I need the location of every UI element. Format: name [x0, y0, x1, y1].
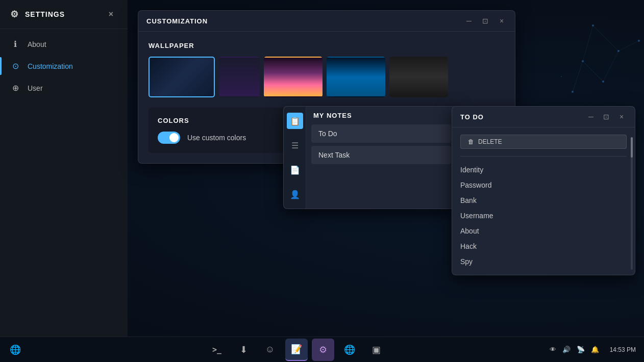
- taskbar-terminal-icon[interactable]: >_: [206, 339, 228, 361]
- todo-scroll-thumb[interactable]: [631, 137, 633, 158]
- wallpaper-thumb-5[interactable]: [389, 57, 448, 97]
- svg-point-11: [572, 91, 574, 93]
- svg-line-1: [603, 51, 618, 82]
- svg-line-0: [593, 25, 618, 51]
- custom-colors-label: Use custom colors: [187, 134, 246, 142]
- wallpaper-section-title: WALLPAPER: [148, 42, 505, 49]
- taskbar-notes-icon[interactable]: 📝: [285, 339, 308, 361]
- sidebar-item-about-label: About: [28, 40, 46, 48]
- todo-titlebar: TO DO ─ ⊡ ×: [452, 107, 635, 127]
- taskbar-panels-icon[interactable]: ▣: [365, 339, 387, 361]
- todo-content: 🗑 DELETE Identity Password Bank Username…: [452, 127, 635, 275]
- wallpaper-thumb-3[interactable]: [264, 57, 323, 97]
- notes-main: MY NOTES To Do Next Task: [306, 107, 456, 209]
- taskbar-network-icon[interactable]: 📡: [577, 346, 585, 353]
- todo-item-bank[interactable]: Bank: [460, 194, 627, 206]
- todo-title: TO DO: [460, 113, 586, 121]
- settings-gear-icon: ⚙: [10, 9, 19, 20]
- delete-button[interactable]: 🗑 DELETE: [460, 135, 627, 149]
- taskbar: 🌐 >_ ⬇ ☺ 📝 ⚙ 🌐 ▣ 👁 🔊 📡 🔔 14:53 PM: [0, 337, 644, 362]
- sidebar-item-customization[interactable]: ⊙ Customization: [0, 55, 128, 77]
- svg-line-3: [583, 25, 593, 61]
- todo-close-button[interactable]: ×: [616, 112, 627, 122]
- todo-divider: [460, 156, 627, 157]
- note-item-next-task[interactable]: Next Task: [311, 146, 451, 164]
- delete-icon: 🗑: [468, 138, 474, 145]
- taskbar-right: 👁 🔊 📡 🔔 14:53 PM: [562, 346, 644, 353]
- todo-item-identity[interactable]: Identity: [460, 164, 627, 176]
- taskbar-time: 14:53 PM: [605, 346, 636, 353]
- svg-point-9: [582, 60, 584, 62]
- todo-list: Identity Password Bank Username About Ha…: [460, 164, 627, 268]
- customize-expand-button[interactable]: ⊡: [480, 16, 490, 26]
- notes-sidebar-notes-icon[interactable]: 📋: [287, 113, 303, 129]
- notes-sidebar-user-icon[interactable]: 👤: [287, 186, 303, 202]
- customization-icon: ⊙: [10, 61, 20, 71]
- wallpaper-thumb-1[interactable]: [148, 57, 215, 97]
- todo-item-password[interactable]: Password: [460, 179, 627, 191]
- terminal-icon-text: >_: [212, 345, 221, 354]
- taskbar-volume-icon[interactable]: 🔊: [562, 346, 571, 353]
- settings-close-button[interactable]: ×: [105, 8, 117, 20]
- sidebar-item-user-label: User: [28, 84, 43, 92]
- settings-nav: ℹ About ⊙ Customization ⊕ User: [0, 29, 128, 103]
- taskbar-bell-icon[interactable]: 🔔: [591, 346, 599, 353]
- todo-item-username[interactable]: Username: [460, 210, 627, 222]
- customization-window-controls: ─ ⊡ ×: [464, 16, 507, 26]
- custom-colors-toggle[interactable]: [158, 132, 180, 144]
- todo-item-about[interactable]: About: [460, 225, 627, 237]
- taskbar-center: >_ ⬇ ☺ 📝 ⚙ 🌐 ▣: [31, 339, 562, 361]
- taskbar-left: 🌐: [0, 339, 31, 361]
- todo-scrollbar[interactable]: [631, 137, 633, 270]
- todo-window-controls: ─ ⊡ ×: [586, 112, 627, 122]
- delete-label: DELETE: [478, 138, 502, 145]
- customization-titlebar: CUSTOMIZATION ─ ⊡ ×: [138, 11, 515, 32]
- wallpaper-thumb-2[interactable]: [219, 57, 260, 97]
- notes-titlebar: MY NOTES: [306, 107, 456, 124]
- svg-point-7: [617, 50, 620, 52]
- svg-point-10: [638, 40, 640, 42]
- settings-title: SETTINGS: [25, 10, 65, 18]
- wallpaper-grid: [148, 57, 505, 97]
- notes-sidebar: 📋 ☰ 📄 👤: [284, 107, 306, 209]
- notes-panel: 📋 ☰ 📄 👤 MY NOTES To Do Next Task: [283, 106, 457, 209]
- todo-panel: TO DO ─ ⊡ × 🗑 DELETE Identity Password B…: [452, 106, 635, 275]
- sidebar-item-customization-label: Customization: [28, 62, 73, 70]
- svg-point-6: [592, 24, 594, 27]
- notes-sidebar-list-icon[interactable]: ☰: [287, 137, 303, 153]
- customize-close-button[interactable]: ×: [497, 16, 507, 26]
- svg-point-8: [602, 81, 604, 83]
- taskbar-globe-icon[interactable]: 🌐: [338, 339, 361, 361]
- taskbar-face-icon[interactable]: ☺: [259, 339, 281, 361]
- todo-expand-button[interactable]: ⊡: [601, 112, 611, 122]
- wallpaper-thumb-4[interactable]: [327, 57, 385, 97]
- svg-line-2: [583, 61, 603, 82]
- taskbar-eye-icon[interactable]: 👁: [550, 346, 556, 353]
- todo-minimize-button[interactable]: ─: [586, 112, 596, 122]
- settings-header: ⚙ SETTINGS ×: [0, 0, 128, 29]
- svg-line-4: [618, 41, 639, 51]
- notes-sidebar-page-icon[interactable]: 📄: [287, 162, 303, 178]
- svg-line-5: [573, 61, 583, 92]
- notes-title: MY NOTES: [313, 112, 352, 119]
- user-icon: ⊕: [10, 83, 20, 93]
- customization-title: CUSTOMIZATION: [146, 17, 464, 25]
- sidebar-item-user[interactable]: ⊕ User: [0, 77, 128, 99]
- notes-content: To Do Next Task: [306, 124, 456, 169]
- taskbar-download-icon[interactable]: ⬇: [232, 339, 255, 361]
- todo-item-hack[interactable]: Hack: [460, 240, 627, 252]
- taskbar-app-menu-icon[interactable]: 🌐: [4, 339, 27, 361]
- note-item-todo[interactable]: To Do: [311, 124, 451, 143]
- about-icon: ℹ: [10, 39, 20, 49]
- taskbar-settings-icon[interactable]: ⚙: [312, 339, 334, 361]
- customize-minimize-button[interactable]: ─: [464, 16, 474, 26]
- settings-panel: ⚙ SETTINGS × ℹ About ⊙ Customization ⊕ U…: [0, 0, 128, 337]
- sidebar-item-about[interactable]: ℹ About: [0, 33, 128, 55]
- todo-item-spy[interactable]: Spy: [460, 255, 627, 268]
